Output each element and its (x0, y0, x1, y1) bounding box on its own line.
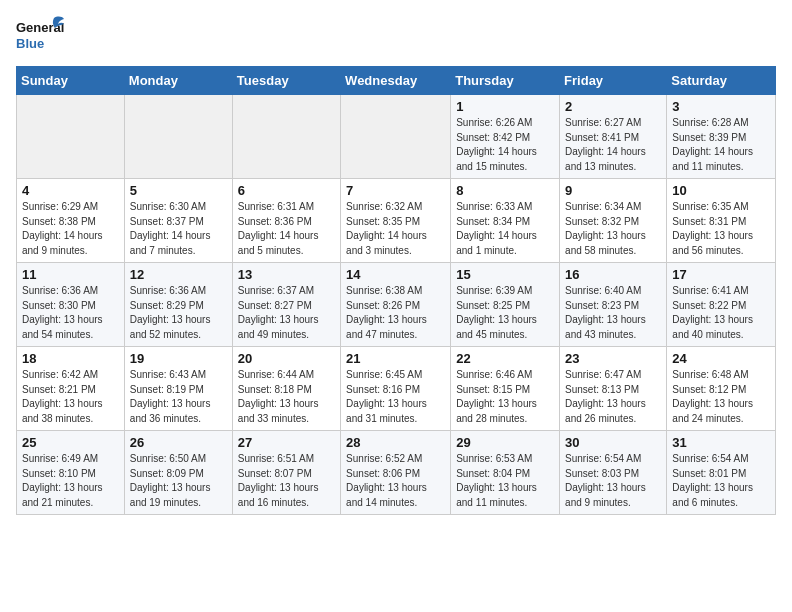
day-number: 20 (238, 351, 335, 366)
header-cell-tuesday: Tuesday (232, 67, 340, 95)
day-cell: 8Sunrise: 6:33 AM Sunset: 8:34 PM Daylig… (451, 179, 560, 263)
day-info: Sunrise: 6:36 AM Sunset: 8:29 PM Dayligh… (130, 284, 227, 342)
day-number: 16 (565, 267, 661, 282)
day-number: 7 (346, 183, 445, 198)
day-info: Sunrise: 6:31 AM Sunset: 8:36 PM Dayligh… (238, 200, 335, 258)
day-number: 31 (672, 435, 770, 450)
day-cell: 31Sunrise: 6:54 AM Sunset: 8:01 PM Dayli… (667, 431, 776, 515)
day-number: 19 (130, 351, 227, 366)
header-cell-wednesday: Wednesday (341, 67, 451, 95)
day-cell: 10Sunrise: 6:35 AM Sunset: 8:31 PM Dayli… (667, 179, 776, 263)
day-cell: 14Sunrise: 6:38 AM Sunset: 8:26 PM Dayli… (341, 263, 451, 347)
day-info: Sunrise: 6:39 AM Sunset: 8:25 PM Dayligh… (456, 284, 554, 342)
header-cell-friday: Friday (560, 67, 667, 95)
day-info: Sunrise: 6:32 AM Sunset: 8:35 PM Dayligh… (346, 200, 445, 258)
day-info: Sunrise: 6:54 AM Sunset: 8:01 PM Dayligh… (672, 452, 770, 510)
day-info: Sunrise: 6:44 AM Sunset: 8:18 PM Dayligh… (238, 368, 335, 426)
day-number: 2 (565, 99, 661, 114)
day-info: Sunrise: 6:52 AM Sunset: 8:06 PM Dayligh… (346, 452, 445, 510)
day-number: 28 (346, 435, 445, 450)
day-cell (17, 95, 125, 179)
day-cell: 25Sunrise: 6:49 AM Sunset: 8:10 PM Dayli… (17, 431, 125, 515)
day-number: 6 (238, 183, 335, 198)
header-cell-saturday: Saturday (667, 67, 776, 95)
week-row-2: 4Sunrise: 6:29 AM Sunset: 8:38 PM Daylig… (17, 179, 776, 263)
day-number: 4 (22, 183, 119, 198)
day-number: 5 (130, 183, 227, 198)
day-cell: 18Sunrise: 6:42 AM Sunset: 8:21 PM Dayli… (17, 347, 125, 431)
day-info: Sunrise: 6:41 AM Sunset: 8:22 PM Dayligh… (672, 284, 770, 342)
week-row-4: 18Sunrise: 6:42 AM Sunset: 8:21 PM Dayli… (17, 347, 776, 431)
day-info: Sunrise: 6:29 AM Sunset: 8:38 PM Dayligh… (22, 200, 119, 258)
day-number: 8 (456, 183, 554, 198)
day-cell: 15Sunrise: 6:39 AM Sunset: 8:25 PM Dayli… (451, 263, 560, 347)
day-cell: 20Sunrise: 6:44 AM Sunset: 8:18 PM Dayli… (232, 347, 340, 431)
day-info: Sunrise: 6:45 AM Sunset: 8:16 PM Dayligh… (346, 368, 445, 426)
day-info: Sunrise: 6:46 AM Sunset: 8:15 PM Dayligh… (456, 368, 554, 426)
day-info: Sunrise: 6:35 AM Sunset: 8:31 PM Dayligh… (672, 200, 770, 258)
day-info: Sunrise: 6:28 AM Sunset: 8:39 PM Dayligh… (672, 116, 770, 174)
logo-svg: General Blue (16, 16, 66, 58)
day-cell: 3Sunrise: 6:28 AM Sunset: 8:39 PM Daylig… (667, 95, 776, 179)
day-cell: 6Sunrise: 6:31 AM Sunset: 8:36 PM Daylig… (232, 179, 340, 263)
day-info: Sunrise: 6:51 AM Sunset: 8:07 PM Dayligh… (238, 452, 335, 510)
day-cell: 28Sunrise: 6:52 AM Sunset: 8:06 PM Dayli… (341, 431, 451, 515)
day-info: Sunrise: 6:48 AM Sunset: 8:12 PM Dayligh… (672, 368, 770, 426)
day-cell: 30Sunrise: 6:54 AM Sunset: 8:03 PM Dayli… (560, 431, 667, 515)
day-number: 22 (456, 351, 554, 366)
day-number: 9 (565, 183, 661, 198)
day-info: Sunrise: 6:37 AM Sunset: 8:27 PM Dayligh… (238, 284, 335, 342)
day-info: Sunrise: 6:42 AM Sunset: 8:21 PM Dayligh… (22, 368, 119, 426)
week-row-3: 11Sunrise: 6:36 AM Sunset: 8:30 PM Dayli… (17, 263, 776, 347)
day-cell: 22Sunrise: 6:46 AM Sunset: 8:15 PM Dayli… (451, 347, 560, 431)
day-info: Sunrise: 6:50 AM Sunset: 8:09 PM Dayligh… (130, 452, 227, 510)
day-number: 14 (346, 267, 445, 282)
day-number: 13 (238, 267, 335, 282)
day-info: Sunrise: 6:33 AM Sunset: 8:34 PM Dayligh… (456, 200, 554, 258)
day-number: 1 (456, 99, 554, 114)
day-cell: 12Sunrise: 6:36 AM Sunset: 8:29 PM Dayli… (124, 263, 232, 347)
day-number: 30 (565, 435, 661, 450)
day-number: 11 (22, 267, 119, 282)
day-cell: 29Sunrise: 6:53 AM Sunset: 8:04 PM Dayli… (451, 431, 560, 515)
day-number: 15 (456, 267, 554, 282)
day-cell: 5Sunrise: 6:30 AM Sunset: 8:37 PM Daylig… (124, 179, 232, 263)
day-number: 21 (346, 351, 445, 366)
day-number: 25 (22, 435, 119, 450)
day-number: 18 (22, 351, 119, 366)
day-number: 17 (672, 267, 770, 282)
day-info: Sunrise: 6:30 AM Sunset: 8:37 PM Dayligh… (130, 200, 227, 258)
day-info: Sunrise: 6:43 AM Sunset: 8:19 PM Dayligh… (130, 368, 227, 426)
day-number: 27 (238, 435, 335, 450)
day-cell: 17Sunrise: 6:41 AM Sunset: 8:22 PM Dayli… (667, 263, 776, 347)
day-number: 26 (130, 435, 227, 450)
day-number: 29 (456, 435, 554, 450)
day-info: Sunrise: 6:54 AM Sunset: 8:03 PM Dayligh… (565, 452, 661, 510)
day-cell: 23Sunrise: 6:47 AM Sunset: 8:13 PM Dayli… (560, 347, 667, 431)
header-cell-thursday: Thursday (451, 67, 560, 95)
day-cell: 24Sunrise: 6:48 AM Sunset: 8:12 PM Dayli… (667, 347, 776, 431)
day-cell: 27Sunrise: 6:51 AM Sunset: 8:07 PM Dayli… (232, 431, 340, 515)
day-info: Sunrise: 6:27 AM Sunset: 8:41 PM Dayligh… (565, 116, 661, 174)
svg-text:Blue: Blue (16, 36, 44, 51)
day-info: Sunrise: 6:49 AM Sunset: 8:10 PM Dayligh… (22, 452, 119, 510)
day-info: Sunrise: 6:38 AM Sunset: 8:26 PM Dayligh… (346, 284, 445, 342)
day-cell: 26Sunrise: 6:50 AM Sunset: 8:09 PM Dayli… (124, 431, 232, 515)
day-cell: 19Sunrise: 6:43 AM Sunset: 8:19 PM Dayli… (124, 347, 232, 431)
day-cell: 9Sunrise: 6:34 AM Sunset: 8:32 PM Daylig… (560, 179, 667, 263)
day-cell: 11Sunrise: 6:36 AM Sunset: 8:30 PM Dayli… (17, 263, 125, 347)
day-cell: 16Sunrise: 6:40 AM Sunset: 8:23 PM Dayli… (560, 263, 667, 347)
day-cell: 1Sunrise: 6:26 AM Sunset: 8:42 PM Daylig… (451, 95, 560, 179)
day-number: 12 (130, 267, 227, 282)
day-cell (232, 95, 340, 179)
header-row: SundayMondayTuesdayWednesdayThursdayFrid… (17, 67, 776, 95)
page-header: General Blue (16, 16, 776, 58)
week-row-1: 1Sunrise: 6:26 AM Sunset: 8:42 PM Daylig… (17, 95, 776, 179)
day-cell: 7Sunrise: 6:32 AM Sunset: 8:35 PM Daylig… (341, 179, 451, 263)
calendar-table: SundayMondayTuesdayWednesdayThursdayFrid… (16, 66, 776, 515)
logo: General Blue (16, 16, 66, 58)
day-cell (341, 95, 451, 179)
day-info: Sunrise: 6:26 AM Sunset: 8:42 PM Dayligh… (456, 116, 554, 174)
day-cell (124, 95, 232, 179)
day-cell: 21Sunrise: 6:45 AM Sunset: 8:16 PM Dayli… (341, 347, 451, 431)
